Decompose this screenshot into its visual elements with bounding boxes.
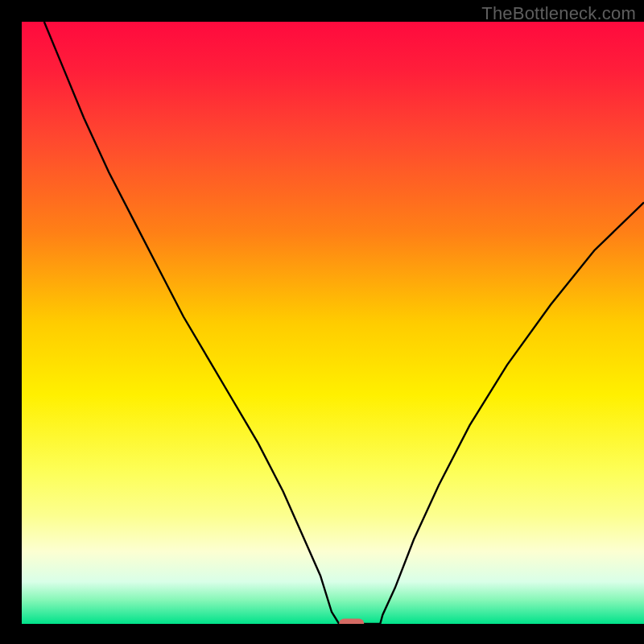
- bottleneck-chart: [0, 0, 644, 644]
- watermark: TheBottleneck.com: [481, 3, 636, 24]
- frame-left: [0, 0, 22, 644]
- plot-background: [22, 22, 644, 624]
- frame-bottom: [0, 624, 644, 644]
- chart-container: TheBottleneck.com: [0, 0, 644, 644]
